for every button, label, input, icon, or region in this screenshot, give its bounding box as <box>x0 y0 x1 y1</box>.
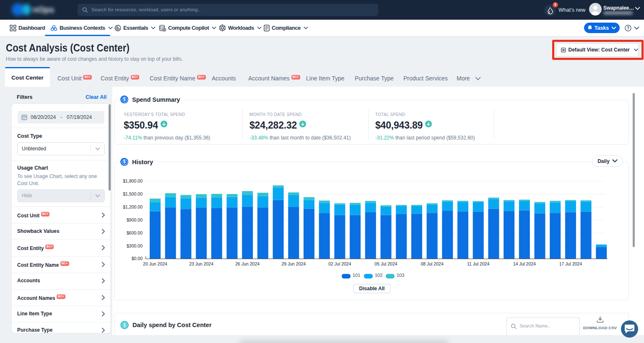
svg-text:14 Jul 2024: 14 Jul 2024 <box>513 261 536 266</box>
svg-text:08 Jul 2024: 08 Jul 2024 <box>421 261 443 266</box>
svg-text:17 Jul 2024: 17 Jul 2024 <box>559 261 582 266</box>
svg-text:$300.00: $300.00 <box>127 243 143 248</box>
svg-text:$600.00: $600.00 <box>127 230 143 235</box>
svg-text:$1,200.00: $1,200.00 <box>123 204 143 209</box>
svg-text:$1,500.00: $1,500.00 <box>123 191 143 196</box>
svg-text:29 Jun 2024: 29 Jun 2024 <box>281 261 306 266</box>
svg-text:11 Jul 2024: 11 Jul 2024 <box>467 261 490 266</box>
svg-text:02 Jul 2024: 02 Jul 2024 <box>328 261 351 266</box>
svg-text:20 Jun 2024: 20 Jun 2024 <box>143 261 167 266</box>
svg-text:23 Jun 2024: 23 Jun 2024 <box>189 261 213 266</box>
svg-text:$1,800.00: $1,800.00 <box>123 178 143 183</box>
svg-text:$900.00: $900.00 <box>127 217 143 222</box>
svg-text:$0.00: $0.00 <box>132 256 143 261</box>
svg-text:05 Jul 2024: 05 Jul 2024 <box>374 261 397 266</box>
svg-text:26 Jun 2024: 26 Jun 2024 <box>235 261 260 266</box>
